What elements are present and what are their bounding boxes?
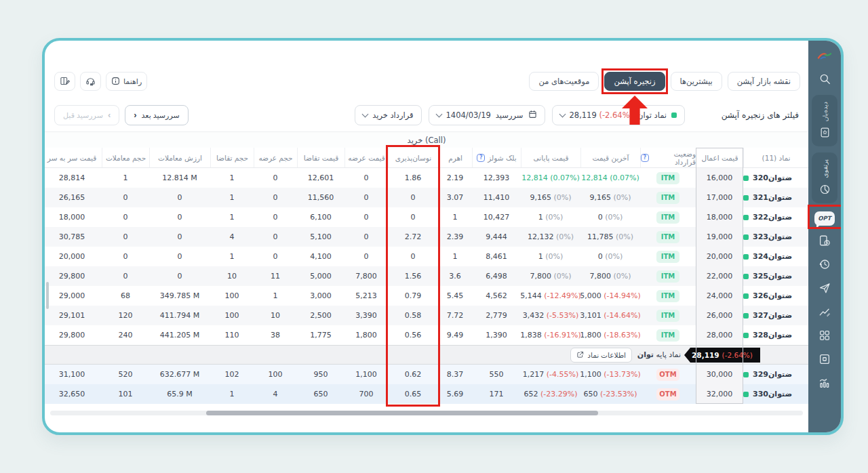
cell-bidp: 4,100 [297,247,344,266]
cell-strike: 19,000 [696,227,743,247]
call-section-band: خرید (Call) [45,131,808,148]
cell-last: 7,800 (0%) [580,266,640,286]
cell-last: 1,100 (-13.73%) [580,365,640,384]
cell-askp: 1,800 [344,325,388,345]
contract-type-dropdown[interactable]: قرارداد خرید [355,105,421,125]
cell-val: 0 [149,266,210,286]
sidebar-item-options-module[interactable]: OPT [814,209,835,227]
cell-tvol: 0 [102,227,149,247]
cell-val: 632.677 M [149,365,210,384]
cell-askv: 10 [254,306,297,325]
cell-close: 1 (0%) [521,247,580,266]
cell-symbol: ضتوان323 [743,227,808,247]
cell-lev: 5.45 [438,286,472,306]
option-row-ضتوان323[interactable]: ضتوان32319,000ITM11,785 (0%)12,132 (0%)9… [45,227,808,247]
option-row-ضتوان320[interactable]: ضتوان32016,000ITM12,814 (0.07%)12,814 (0… [45,168,808,188]
symbol-status-dot [743,274,749,279]
sidebar-item-send-order[interactable] [814,281,835,298]
cell-bidp: 3,000 [297,286,344,306]
cell-tvol: 0 [102,266,149,286]
cell-bidv: 1 [210,188,254,207]
cell-status: ITM [640,188,696,207]
sidebar-item-market-stats[interactable] [814,375,835,393]
option-row-ضتوان327[interactable]: ضتوان32726,000ITM3,101 (-14.64%)3,432 (-… [45,306,808,325]
cell-strike: 24,000 [696,286,743,306]
cell-bidv: 100 [210,306,254,325]
option-row-ضتوان322[interactable]: ضتوان32218,000ITM0 (0%)1 (0%)10,4271006,… [45,207,808,227]
cell-askp: 0 [344,227,388,247]
moneyness-badge: OTM [656,369,679,381]
horizontal-scrollbar-thumb[interactable] [206,411,598,415]
cell-strike: 16,000 [696,168,743,188]
support-button[interactable] [80,72,101,91]
cell-status: ITM [640,286,696,306]
cell-be: 26,165 [45,188,102,207]
option-row-ضتوان321[interactable]: ضتوان32117,000ITM9,165 (0%)9,165 (0%)11,… [45,188,808,207]
sidebar-item-technical-chart[interactable] [814,304,835,322]
cell-val: 0 [149,207,210,227]
tab-option-chain[interactable]: زنجیره آپشن [604,72,665,91]
cell-status: ITM [640,325,696,345]
tab-label: زنجیره آپشن [614,77,655,86]
sidebar-item-app-logo [814,47,835,65]
tab-my-positions[interactable]: موقعیت‌های من [529,72,599,91]
sidebar-item-watchlist-tab[interactable]: دیده‌بان [812,95,837,146]
symbol-text: ضتوان328 [753,331,792,340]
symbol-status-dot [743,195,749,201]
option-row-ضتوان329[interactable]: ضتوان32930,000OTM1,100 (-13.73%)1,217 (-… [45,365,808,384]
prev-expiry-button[interactable]: › سررسید قبل [54,105,119,125]
send-icon [818,282,831,297]
sidebar-item-orders-report[interactable] [814,233,835,251]
symbol-text: ضتوان324 [753,252,792,261]
cell-tvol: 520 [102,365,149,384]
option-row-ضتوان328[interactable]: ضتوان32828,000ITM1,800 (-18.63%)1,838 (-… [45,325,808,345]
underlying-symbol-label: نماد پایه توان [637,350,681,359]
cell-last: 0 (0%) [580,207,640,227]
next-expiry-button[interactable]: سررسید بعد ‹ [125,105,188,125]
cell-askv: 0 [254,207,297,227]
column-header-status: وضعیت قرارداد? [640,148,696,167]
sidebar-item-search[interactable] [814,71,835,89]
option-row-ضتوان324[interactable]: ضتوان32420,000ITM0 (0%)1 (0%)8,4611004,1… [45,247,808,266]
cell-strike: 32,000 [696,384,743,404]
cell-strike: 26,000 [696,306,743,325]
symbol-text: ضتوان329 [753,370,792,379]
cell-askv: 0 [254,168,297,188]
option-row-ضتوان330[interactable]: ضتوان33032,000OTM650 (-23.53%)652 (-23.2… [45,384,808,404]
tab-label: بیشترین‌ها [680,77,713,86]
sidebar-item-portfolio-tab[interactable]: پرتفوی [812,152,837,203]
cell-last: 1,800 (-18.63%) [580,325,640,345]
watchlist-icon [819,127,831,141]
cell-last: 11,785 (0%) [580,227,640,247]
symbol-text: ضتوان323 [753,232,792,241]
symbol-info-button[interactable]: اطلاعات نماد [570,348,632,363]
symbol-status-dot [743,254,749,260]
frame-icon [818,353,831,368]
moneyness-badge: ITM [656,270,679,283]
cell-lev: 5.69 [438,384,472,404]
expiry-filter-dropdown[interactable]: سررسید 1404/03/19 [429,105,545,125]
symbol-status-dot [743,333,749,338]
cell-be: 29,800 [45,266,102,286]
help-question-icon[interactable]: ? [477,154,485,162]
cell-symbol: ضتوان326 [743,286,808,306]
help-question-icon[interactable]: ? [641,154,649,162]
moneyness-badge: ITM [656,310,679,322]
option-row-ضتوان326[interactable]: ضتوان32624,000ITM5,000 (-14.94%)5,144 (-… [45,286,808,306]
tab-market-map[interactable]: نقشه بازار آپشن [728,72,800,91]
help-button[interactable]: راهنما [106,72,147,91]
sidebar-item-frame-view[interactable] [814,352,835,369]
tab-tops[interactable]: بیشترین‌ها [671,72,722,91]
sidebar-item-dashboard-grid[interactable] [814,328,835,346]
cell-symbol: ضتوان320 [743,168,808,188]
cell-symbol: ضتوان330 [743,384,808,404]
columns-edit-button[interactable] [54,72,75,91]
chevron-right-icon: › [108,110,111,120]
underlying-price-badge: 28,119(-2.64%) [684,348,760,363]
vertical-scrollbar-thumb[interactable] [46,282,49,309]
expiry-filter-label: سررسید [496,110,524,120]
sidebar-item-history[interactable] [814,257,835,274]
cell-status: ITM [640,266,696,286]
symbol-filter-dropdown[interactable]: نماد توان 28,119 (-2.64%) [552,105,685,125]
option-row-ضتوان325[interactable]: ضتوان32522,000ITM7,800 (0%)7,800 (0%)6,4… [45,266,808,286]
